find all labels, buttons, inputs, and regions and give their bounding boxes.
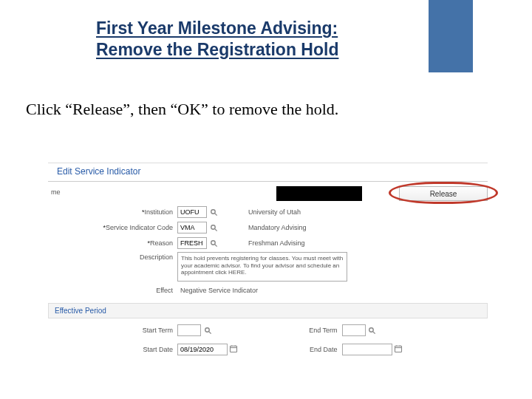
end-date-input[interactable] [342, 344, 392, 355]
row-reason: *Reason Freshman Advising [48, 236, 488, 250]
lookup-icon[interactable] [208, 222, 219, 233]
svg-rect-14 [395, 346, 401, 352]
institution-input[interactable] [177, 206, 207, 218]
end-date-label: End Date [268, 346, 342, 353]
row-end-date: End Date [268, 343, 488, 356]
slide-title: First Year Milestone Advising: Remove th… [96, 18, 421, 61]
calendar-icon[interactable] [394, 344, 404, 355]
svg-line-1 [214, 213, 216, 215]
row-start-date: Start Date [48, 343, 268, 356]
description-box[interactable]: This hold prevents registering for class… [177, 252, 347, 282]
me-label: me [51, 188, 61, 196]
svg-point-6 [205, 327, 209, 332]
svg-rect-10 [231, 346, 237, 352]
end-term-input[interactable] [342, 324, 366, 336]
instruction-text: Click “Release”, then “OK” to remove the… [26, 100, 338, 119]
reason-input[interactable] [177, 237, 207, 249]
end-term-label: End Term [268, 327, 342, 334]
effective-period-header: Effective Period [48, 303, 488, 318]
institution-display: University of Utah [248, 208, 301, 216]
svg-line-7 [208, 331, 211, 333]
top-row: Release [111, 186, 488, 201]
slide-title-line2: Remove the Registration Hold [96, 40, 338, 59]
svg-line-9 [373, 331, 375, 333]
description-label: Description [48, 252, 177, 261]
app-header: Edit Service Indicator [48, 163, 488, 182]
app-frame: Edit Service Indicator me Release *Insti… [48, 163, 488, 340]
slide-title-line1: First Year Milestone Advising: [96, 18, 338, 38]
svg-point-2 [211, 225, 215, 229]
sic-display: Mandatory Advising [248, 224, 307, 231]
svg-point-4 [211, 240, 215, 245]
lookup-icon[interactable] [208, 207, 219, 217]
redacted-field [276, 186, 362, 201]
reason-display: Freshman Advising [248, 239, 305, 247]
lookup-icon[interactable] [367, 325, 378, 335]
effect-value: Negative Service Indicator [177, 287, 258, 294]
reason-label: *Reason [48, 239, 177, 247]
svg-line-3 [214, 228, 216, 231]
row-description: Description This hold prevents registeri… [48, 252, 488, 282]
svg-point-0 [211, 209, 215, 214]
start-term-label: Start Term [48, 327, 177, 334]
effective-period-grid: Start Term End Term Start Date End Date [48, 321, 488, 358]
accent-block [429, 0, 473, 72]
svg-line-5 [214, 244, 216, 246]
lookup-icon[interactable] [202, 325, 213, 335]
effect-label: Effect [48, 287, 177, 294]
row-end-term: End Term [268, 324, 488, 337]
calendar-icon[interactable] [229, 344, 239, 355]
row-effect: Effect Negative Service Indicator [48, 284, 488, 297]
start-date-input[interactable] [177, 344, 228, 355]
row-sic: *Service Indicator Code Mandatory Advisi… [48, 221, 488, 234]
svg-point-8 [369, 327, 374, 332]
sic-input[interactable] [177, 222, 207, 233]
row-start-term: Start Term [48, 324, 268, 337]
start-term-input[interactable] [177, 324, 201, 336]
sic-label: *Service Indicator Code [48, 224, 177, 231]
institution-label: *Institution [48, 208, 177, 216]
lookup-icon[interactable] [208, 238, 219, 248]
release-button[interactable]: Release [399, 186, 488, 201]
start-date-label: Start Date [48, 346, 177, 353]
row-institution: *Institution University of Utah [48, 205, 488, 219]
